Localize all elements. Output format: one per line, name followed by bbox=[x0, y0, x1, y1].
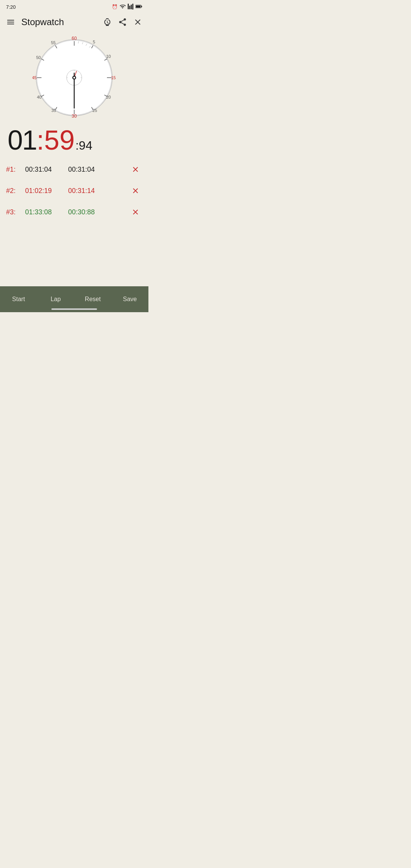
status-bar: 7:20 ⏰ bbox=[0, 0, 148, 12]
svg-text:45: 45 bbox=[32, 75, 37, 80]
close-button[interactable] bbox=[130, 14, 145, 30]
svg-text:40: 40 bbox=[37, 95, 41, 99]
lap-total-1: 00:31:04 bbox=[25, 166, 65, 174]
lap-row: #1: 00:31:04 00:31:04 bbox=[0, 159, 148, 180]
svg-text:35: 35 bbox=[51, 108, 56, 113]
laps-list: #1: 00:31:04 00:31:04 #2: 01:02:19 00:31… bbox=[0, 157, 148, 286]
lap-total-2: 01:02:19 bbox=[25, 187, 65, 195]
lap-number-1: #1: bbox=[6, 166, 22, 174]
save-button[interactable]: Save bbox=[112, 286, 149, 312]
svg-rect-2 bbox=[136, 5, 140, 7]
time-minutes: 01 bbox=[8, 124, 37, 156]
digital-time: 01 : 59 :94 bbox=[0, 121, 148, 157]
svg-text:20: 20 bbox=[106, 95, 111, 99]
wifi-icon bbox=[119, 3, 126, 11]
lap-number-2: #2: bbox=[6, 187, 22, 195]
app-bar: Stopwatch bbox=[0, 12, 148, 32]
menu-button[interactable] bbox=[3, 14, 18, 30]
lap-split-2: 00:31:14 bbox=[68, 187, 126, 195]
start-button[interactable]: Start bbox=[0, 286, 37, 312]
lap-split-1: 00:31:04 bbox=[68, 166, 126, 174]
svg-text:60: 60 bbox=[72, 36, 77, 41]
app-bar-actions bbox=[100, 14, 145, 30]
status-icons: ⏰ bbox=[112, 3, 142, 11]
time-seconds: 59 bbox=[44, 124, 75, 156]
battery-icon bbox=[135, 4, 142, 10]
svg-text:15: 15 bbox=[111, 75, 116, 80]
svg-text:30: 30 bbox=[72, 113, 77, 119]
clock-face: 60 5 10 15 20 25 30 35 40 45 50 55 bbox=[0, 32, 148, 121]
svg-point-42 bbox=[73, 77, 75, 79]
status-time: 7:20 bbox=[6, 4, 16, 10]
time-colon: : bbox=[37, 124, 44, 156]
lap-delete-3[interactable] bbox=[129, 205, 142, 219]
stopwatch-svg: 60 5 10 15 20 25 30 35 40 45 50 55 bbox=[32, 36, 116, 120]
svg-text:10: 10 bbox=[106, 54, 111, 59]
svg-text:5: 5 bbox=[93, 40, 95, 44]
lap-number-3: #3: bbox=[6, 208, 22, 216]
lap-split-3: 00:30:88 bbox=[68, 208, 126, 216]
share-button[interactable] bbox=[115, 14, 130, 30]
svg-rect-1 bbox=[141, 6, 142, 7]
svg-text:55: 55 bbox=[51, 40, 56, 45]
app-title: Stopwatch bbox=[18, 17, 100, 27]
alarm-icon: ⏰ bbox=[112, 4, 118, 10]
time-millis: :94 bbox=[75, 139, 92, 155]
lap-row: #3: 01:33:08 00:30:88 bbox=[0, 201, 148, 223]
svg-text:50: 50 bbox=[36, 55, 41, 60]
watch-button[interactable] bbox=[100, 14, 115, 30]
signal-icon bbox=[127, 3, 134, 11]
home-indicator bbox=[51, 308, 97, 310]
svg-text:25: 25 bbox=[92, 108, 97, 113]
lap-row: #2: 01:02:19 00:31:14 bbox=[0, 180, 148, 201]
lap-delete-2[interactable] bbox=[129, 184, 142, 198]
lap-total-3: 01:33:08 bbox=[25, 208, 65, 216]
lap-delete-1[interactable] bbox=[129, 163, 142, 176]
